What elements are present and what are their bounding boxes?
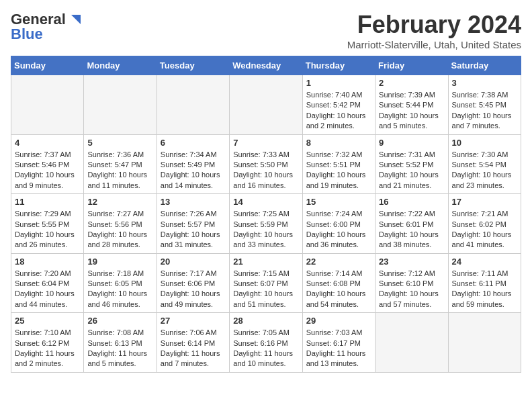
day-cell (84, 75, 157, 135)
day-number: 12 (87, 197, 152, 207)
day-cell: 26Sunrise: 7:08 AMSunset: 6:13 PMDayligh… (84, 313, 157, 373)
day-number: 8 (306, 138, 371, 148)
day-number: 20 (161, 257, 226, 267)
logo-blue-text: Blue (11, 26, 43, 43)
day-cell (375, 313, 448, 373)
day-number: 19 (87, 257, 152, 267)
month-title: February 2024 (347, 11, 521, 39)
day-cell (157, 75, 229, 135)
day-number: 22 (306, 257, 371, 267)
col-wednesday: Wednesday (230, 56, 302, 75)
day-cell: 19Sunrise: 7:18 AMSunset: 6:05 PMDayligh… (84, 253, 157, 313)
day-cell: 17Sunrise: 7:21 AMSunset: 6:02 PMDayligh… (448, 194, 521, 254)
day-number: 18 (15, 257, 80, 267)
day-number: 15 (306, 197, 371, 207)
day-cell: 25Sunrise: 7:10 AMSunset: 6:12 PMDayligh… (11, 313, 84, 373)
day-cell: 22Sunrise: 7:14 AMSunset: 6:08 PMDayligh… (302, 253, 375, 313)
logo-triangle-icon (67, 12, 82, 27)
day-number: 21 (233, 257, 298, 267)
day-cell: 28Sunrise: 7:05 AMSunset: 6:16 PMDayligh… (230, 313, 302, 373)
day-number: 9 (379, 138, 444, 148)
day-number: 5 (87, 138, 152, 148)
calendar-table: Sunday Monday Tuesday Wednesday Thursday… (11, 56, 521, 373)
week-row-0: 1Sunrise: 7:40 AMSunset: 5:42 PMDaylight… (11, 75, 521, 135)
day-cell: 23Sunrise: 7:12 AMSunset: 6:10 PMDayligh… (375, 253, 448, 313)
day-cell: 1Sunrise: 7:40 AMSunset: 5:42 PMDaylight… (302, 75, 375, 135)
day-number: 7 (233, 138, 298, 148)
day-number: 25 (15, 316, 80, 326)
day-number: 26 (87, 316, 152, 326)
col-sunday: Sunday (11, 56, 84, 75)
day-cell: 15Sunrise: 7:24 AMSunset: 6:00 PMDayligh… (302, 194, 375, 254)
day-cell: 3Sunrise: 7:38 AMSunset: 5:45 PMDaylight… (448, 75, 521, 135)
day-number: 27 (161, 316, 226, 326)
day-cell: 4Sunrise: 7:37 AMSunset: 5:46 PMDaylight… (11, 134, 84, 194)
day-number: 11 (15, 197, 80, 207)
day-cell: 2Sunrise: 7:39 AMSunset: 5:44 PMDaylight… (375, 75, 448, 135)
day-cell (230, 75, 302, 135)
day-cell: 16Sunrise: 7:22 AMSunset: 6:01 PMDayligh… (375, 194, 448, 254)
day-number: 17 (452, 197, 517, 207)
week-row-2: 11Sunrise: 7:29 AMSunset: 5:55 PMDayligh… (11, 194, 521, 254)
header-row: Sunday Monday Tuesday Wednesday Thursday… (11, 56, 521, 75)
day-number: 23 (379, 257, 444, 267)
logo: General Blue (11, 11, 82, 43)
day-cell: 10Sunrise: 7:30 AMSunset: 5:54 PMDayligh… (448, 134, 521, 194)
day-cell: 6Sunrise: 7:34 AMSunset: 5:49 PMDaylight… (157, 134, 229, 194)
col-friday: Friday (375, 56, 448, 75)
day-number: 10 (452, 138, 517, 148)
week-row-1: 4Sunrise: 7:37 AMSunset: 5:46 PMDaylight… (11, 134, 521, 194)
col-saturday: Saturday (448, 56, 521, 75)
day-number: 16 (379, 197, 444, 207)
day-cell: 20Sunrise: 7:17 AMSunset: 6:06 PMDayligh… (157, 253, 229, 313)
day-number: 4 (15, 138, 80, 148)
day-number: 1 (306, 78, 371, 88)
day-cell: 5Sunrise: 7:36 AMSunset: 5:47 PMDaylight… (84, 134, 157, 194)
day-cell: 14Sunrise: 7:25 AMSunset: 5:59 PMDayligh… (230, 194, 302, 254)
day-cell: 21Sunrise: 7:15 AMSunset: 6:07 PMDayligh… (230, 253, 302, 313)
day-number: 6 (161, 138, 226, 148)
day-cell: 11Sunrise: 7:29 AMSunset: 5:55 PMDayligh… (11, 194, 84, 254)
day-number: 29 (306, 316, 371, 326)
day-cell: 7Sunrise: 7:33 AMSunset: 5:50 PMDaylight… (230, 134, 302, 194)
week-row-4: 25Sunrise: 7:10 AMSunset: 6:12 PMDayligh… (11, 313, 521, 373)
col-monday: Monday (84, 56, 157, 75)
day-cell: 29Sunrise: 7:03 AMSunset: 6:17 PMDayligh… (302, 313, 375, 373)
day-cell: 27Sunrise: 7:06 AMSunset: 6:14 PMDayligh… (157, 313, 229, 373)
week-row-3: 18Sunrise: 7:20 AMSunset: 6:04 PMDayligh… (11, 253, 521, 313)
day-number: 2 (379, 78, 444, 88)
day-cell: 18Sunrise: 7:20 AMSunset: 6:04 PMDayligh… (11, 253, 84, 313)
day-cell: 9Sunrise: 7:31 AMSunset: 5:52 PMDaylight… (375, 134, 448, 194)
location-title: Marriott-Slaterville, Utah, United State… (347, 39, 521, 50)
day-number: 28 (233, 316, 298, 326)
day-number: 24 (452, 257, 517, 267)
day-cell (448, 313, 521, 373)
day-number: 13 (161, 197, 226, 207)
day-cell: 12Sunrise: 7:27 AMSunset: 5:56 PMDayligh… (84, 194, 157, 254)
col-tuesday: Tuesday (157, 56, 229, 75)
day-number: 3 (452, 78, 517, 88)
title-area: February 2024 Marriott-Slaterville, Utah… (347, 11, 521, 50)
day-number: 14 (233, 197, 298, 207)
day-cell: 13Sunrise: 7:26 AMSunset: 5:57 PMDayligh… (157, 194, 229, 254)
svg-marker-0 (71, 15, 81, 24)
day-cell (11, 75, 84, 135)
header: General Blue February 2024 Marriott-Slat… (11, 11, 521, 50)
col-thursday: Thursday (302, 56, 375, 75)
day-cell: 24Sunrise: 7:11 AMSunset: 6:11 PMDayligh… (448, 253, 521, 313)
day-cell: 8Sunrise: 7:32 AMSunset: 5:51 PMDaylight… (302, 134, 375, 194)
